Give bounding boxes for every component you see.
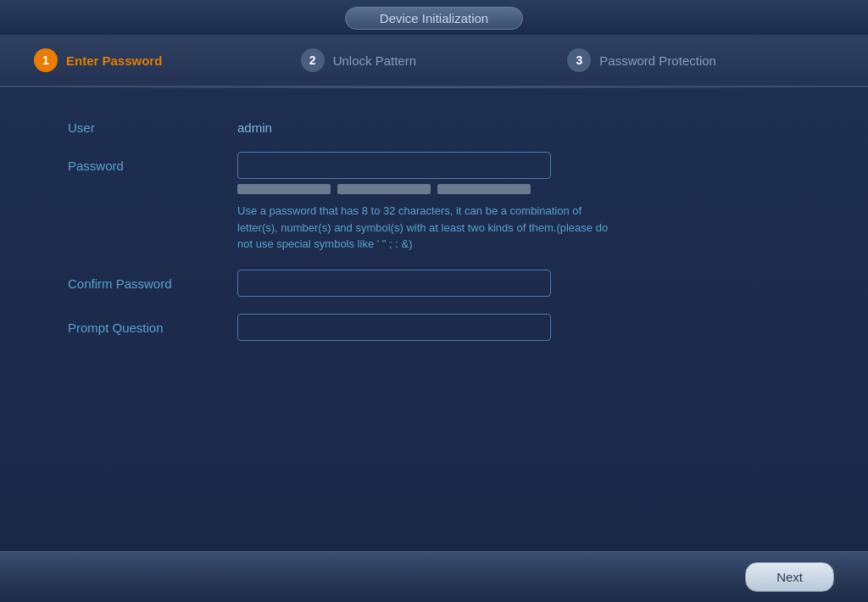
window-title: Device Initialization bbox=[345, 7, 523, 30]
steps-bar: 1 Enter Password 2 Unlock Pattern 3 Pass… bbox=[0, 35, 868, 87]
next-button[interactable]: Next bbox=[745, 562, 834, 592]
step-3-label: Password Protection bbox=[599, 53, 716, 68]
prompt-question-label: Prompt Question bbox=[68, 314, 237, 335]
step-3-number: 3 bbox=[567, 48, 591, 72]
user-label: User bbox=[68, 114, 237, 135]
confirm-password-row: Confirm Password bbox=[68, 270, 800, 297]
strength-bar-3 bbox=[437, 184, 531, 194]
step-2-number: 2 bbox=[301, 48, 325, 72]
step-3: 3 Password Protection bbox=[567, 48, 834, 72]
step-1-number: 1 bbox=[34, 48, 58, 72]
step-1-label: Enter Password bbox=[66, 53, 162, 68]
strength-bar-2 bbox=[337, 184, 431, 194]
form-container: User admin Password Use a password that … bbox=[0, 114, 868, 358]
password-label: Password bbox=[68, 152, 237, 173]
strength-bars bbox=[237, 184, 619, 194]
strength-bar-1 bbox=[237, 184, 331, 194]
user-value: admin bbox=[237, 114, 272, 135]
password-input[interactable] bbox=[237, 152, 551, 179]
confirm-password-input[interactable] bbox=[237, 270, 551, 297]
step-2-label: Unlock Pattern bbox=[333, 53, 416, 68]
main-content: User admin Password Use a password that … bbox=[0, 88, 868, 551]
footer: Next bbox=[0, 551, 868, 602]
password-row: Password Use a password that has 8 to 32… bbox=[68, 152, 800, 253]
step-1: 1 Enter Password bbox=[34, 48, 301, 72]
step-2: 2 Unlock Pattern bbox=[301, 48, 568, 72]
prompt-question-row: Prompt Question bbox=[68, 314, 800, 341]
prompt-question-input[interactable] bbox=[237, 314, 551, 341]
title-bar: Device Initialization bbox=[0, 0, 868, 35]
user-row: User admin bbox=[68, 114, 800, 135]
password-hint: Use a password that has 8 to 32 characte… bbox=[237, 203, 619, 253]
password-field-group: Use a password that has 8 to 32 characte… bbox=[237, 152, 619, 253]
confirm-password-label: Confirm Password bbox=[68, 270, 237, 291]
